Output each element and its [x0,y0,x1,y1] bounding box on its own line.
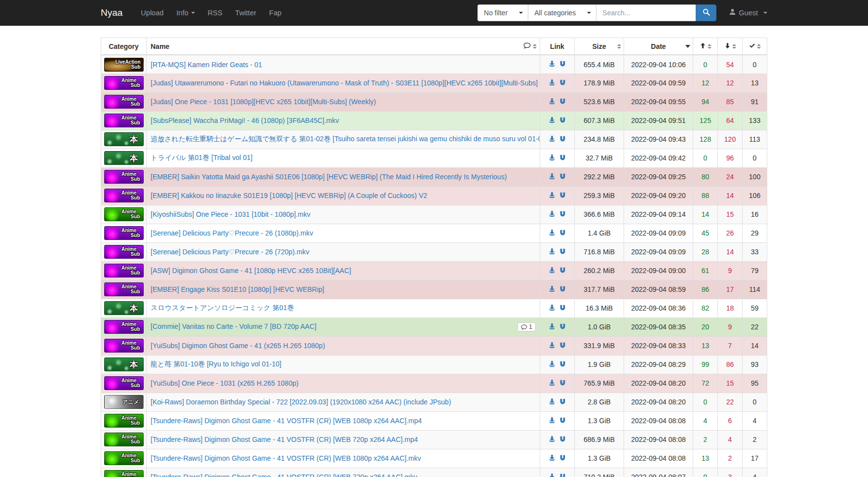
download-icon[interactable] [549,417,555,425]
category-icon-anime-en[interactable]: AnimeSub [104,245,144,259]
magnet-icon[interactable] [559,135,566,144]
torrent-name-link[interactable]: [KiyoshiiSubs] One Piece - 1031 [10bit -… [151,210,311,218]
download-icon[interactable] [549,342,555,350]
magnet-icon[interactable] [559,210,566,219]
magnet-icon[interactable] [559,473,566,477]
magnet-icon[interactable] [559,192,566,200]
torrent-name-link[interactable]: スロウスタートアンソロジーコミック 第01巻 [151,304,294,312]
torrent-name-link[interactable]: [Koi-Raws] Doraemon Birthday Special - 7… [151,398,451,406]
magnet-icon[interactable] [559,285,566,294]
magnet-icon[interactable] [559,398,566,406]
download-icon[interactable] [549,229,555,238]
magnet-icon[interactable] [559,304,566,313]
download-icon[interactable] [549,304,555,313]
category-icon-anime-en[interactable]: AnimeSub [104,189,144,202]
category-icon-anime-en[interactable]: AnimeSub [104,170,144,184]
download-icon[interactable] [549,285,555,294]
nav-link-fap[interactable]: Fap [263,1,288,25]
category-icon-anime-non-en[interactable]: AnimeSub [104,207,144,221]
download-icon[interactable] [549,79,555,87]
download-icon[interactable] [549,173,555,181]
torrent-name-link[interactable]: [RTA-MQS] Kamen Rider Geats - 01 [151,61,262,69]
download-icon[interactable] [549,454,555,463]
header-seeders[interactable] [693,38,718,55]
category-icon-anime-en[interactable]: AnimeSub [104,76,144,90]
category-icon-literature[interactable]: 本 [104,151,144,165]
magnet-icon[interactable] [559,154,566,162]
magnet-icon[interactable] [559,79,566,87]
torrent-name-link[interactable]: [EMBER] Kakkou no Iinazuke S01E19 [1080p… [151,192,427,199]
magnet-icon[interactable] [559,60,566,69]
category-select[interactable]: All categories [528,4,596,21]
header-size[interactable]: Size [575,38,624,55]
magnet-icon[interactable] [559,98,566,106]
nav-link-twitter[interactable]: Twitter [229,1,263,25]
download-icon[interactable] [549,117,555,125]
torrent-name-link[interactable]: [Commie] Vanitas no Carte - Volume 7 [BD… [151,322,316,330]
torrent-name-link[interactable]: [EMBER] Engage Kiss S01E10 [1080p] [HEVC… [151,285,324,293]
category-icon-anime-non-en[interactable]: AnimeSub [104,451,144,465]
category-icon-anime-en[interactable]: AnimeSub [104,226,144,240]
nav-link-info[interactable]: Info [170,1,201,25]
search-button[interactable] [696,4,716,21]
torrent-name-link[interactable]: [Judas] Utawarerumono - Futari no Hakuor… [151,79,540,87]
torrent-name-link[interactable]: [SubsPlease] Waccha PriMagi! - 46 (1080p… [151,117,339,124]
search-input[interactable] [596,4,696,21]
category-icon-anime-non-en[interactable]: AnimeSub [104,414,144,428]
header-completed[interactable] [743,38,767,55]
download-icon[interactable] [549,436,555,444]
download-icon[interactable] [549,323,555,331]
category-icon-anime-non-en[interactable]: AnimeSub [104,433,144,446]
magnet-icon[interactable] [559,417,566,425]
nav-link-upload[interactable]: Upload [134,1,170,25]
comments-badge[interactable]: 1 [517,322,536,331]
download-icon[interactable] [549,60,555,69]
torrent-name-link[interactable]: [YuiSubs] Digimon Ghost Game - 41 (x265 … [151,342,325,350]
nav-link-rss[interactable]: RSS [201,1,229,25]
download-icon[interactable] [549,210,555,219]
magnet-icon[interactable] [559,248,566,256]
category-icon-literature[interactable]: 本 [104,301,144,315]
magnet-icon[interactable] [559,173,566,181]
download-icon[interactable] [549,248,555,256]
magnet-icon[interactable] [559,454,566,463]
torrent-name-link[interactable]: [EMBER] Saikin Yatotta Maid ga Ayashii S… [151,173,507,181]
category-icon-live-action-en[interactable]: LiveActionSub [104,58,144,72]
download-icon[interactable] [549,398,555,406]
torrent-name-link[interactable]: [YuiSubs] One Piece - 1031 (x265 H.265 1… [151,379,299,387]
download-icon[interactable] [549,473,555,477]
torrent-name-link[interactable]: [Serenae] Delicious Party♡Precure - 26 (… [151,248,309,256]
category-icon-anime-en[interactable]: AnimeSub [104,282,144,296]
download-icon[interactable] [549,379,555,388]
magnet-icon[interactable] [559,267,566,275]
torrent-name-link[interactable]: [Tsundere-Raws] Digimon Ghost Game - 41 … [151,454,421,462]
magnet-icon[interactable] [559,360,566,369]
brand-link[interactable]: Nyaa [101,7,129,18]
header-date[interactable]: Date [624,38,693,55]
category-icon-anime-en[interactable]: AnimeSub [104,95,144,109]
category-icon-anime-en[interactable]: AnimeSub [104,264,144,278]
download-icon[interactable] [549,192,555,200]
torrent-name-link[interactable]: トライバル 第01巻 [Tribal vol 01] [151,154,253,161]
magnet-icon[interactable] [559,117,566,125]
header-leechers[interactable] [718,38,743,55]
download-icon[interactable] [549,98,555,106]
magnet-icon[interactable] [559,436,566,444]
download-icon[interactable] [549,267,555,275]
category-icon-anime-en[interactable]: AnimeSub [104,114,144,127]
category-icon-literature[interactable]: 本 [104,358,144,371]
category-icon-literature[interactable]: 本 [104,132,144,146]
torrent-name-link[interactable]: [ASW] Digimon Ghost Game - 41 [1080p HEV… [151,267,351,275]
magnet-icon[interactable] [559,323,566,331]
user-menu[interactable]: Guest [729,8,767,17]
torrent-name-link[interactable]: [Tsundere-Raws] Digimon Ghost Game - 41 … [151,417,422,425]
torrent-name-link[interactable]: [Serenae] Delicious Party♡Precure - 26 (… [151,229,313,237]
download-icon[interactable] [549,360,555,369]
magnet-icon[interactable] [559,342,566,350]
torrent-name-link[interactable]: [Tsundere-Raws] Digimon Ghost Game - 41 … [151,436,418,443]
category-icon-anime-en[interactable]: AnimeSub [104,320,144,334]
sort-comments-icon[interactable] [533,44,537,49]
category-icon-anime-en[interactable]: AnimeSub [104,376,144,390]
filter-select[interactable]: No filter [477,4,528,21]
magnet-icon[interactable] [559,229,566,238]
